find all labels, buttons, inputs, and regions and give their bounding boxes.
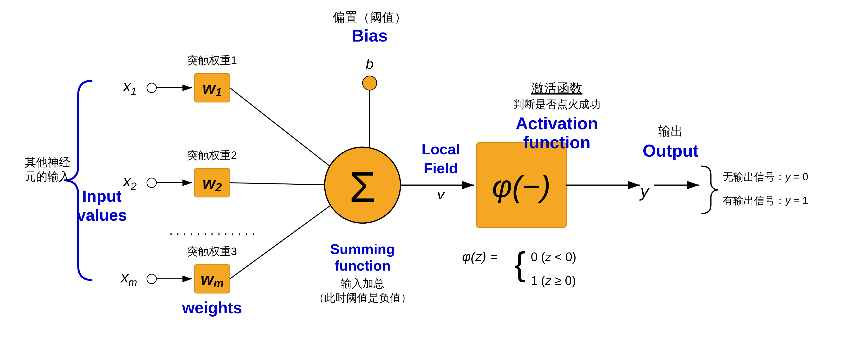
summing-english-label2: function xyxy=(335,258,391,274)
activation-sub-chinese: 判断是否点火成功 xyxy=(513,98,600,110)
sigma-symbol: Σ xyxy=(349,163,376,211)
dots-label: · · · · · · · · · · · · · xyxy=(169,226,255,240)
bias-chinese-label: 偏置（阈值） xyxy=(333,10,407,24)
x1-label: x1 xyxy=(123,78,136,97)
output-chinese-label: 输出 xyxy=(658,124,683,138)
xm-label: xm xyxy=(120,269,137,288)
weight1-chinese-label: 突触权重1 xyxy=(187,54,237,66)
phi-symbol: φ(−) xyxy=(492,169,551,204)
phi-formula-label: φ(z) = xyxy=(462,249,498,264)
bias-node xyxy=(363,76,377,90)
activation-english-label2: function xyxy=(523,133,590,152)
x2-node xyxy=(147,178,156,188)
input-chinese-label-2: 元的输入 xyxy=(25,170,70,183)
no-output-label: 无输出信号：y = 0 xyxy=(723,171,808,183)
w1-to-sum-arrow xyxy=(230,88,339,173)
xm-node xyxy=(147,274,156,284)
bias-variable: b xyxy=(366,56,373,72)
input-values-label: values xyxy=(77,206,127,224)
summing-chinese-label2: （此时阈值是负值） xyxy=(313,291,412,304)
summing-english-label1: Summing xyxy=(330,241,395,257)
w2-to-sum-arrow xyxy=(230,183,339,185)
diagram-container: 偏置（阈值） Bias b 其他神经 元的输入 Input values x1 … xyxy=(0,0,868,361)
weights-english-label: weights xyxy=(182,299,242,316)
phi-case1-label: 0 (z < 0) xyxy=(531,250,576,264)
v-variable: v xyxy=(437,186,445,202)
weight2-chinese-label: 突触权重2 xyxy=(187,149,237,161)
weight3-chinese-label: 突触权重3 xyxy=(187,245,237,257)
output-english-label: Output xyxy=(643,141,699,160)
local-field-label2: Field xyxy=(424,160,458,176)
activation-chinese-label: 激活函数 xyxy=(531,81,583,95)
input-english-label: Input xyxy=(82,187,122,205)
phi-case2-label: 1 (z ≥ 0) xyxy=(531,274,576,287)
phi-brace: { xyxy=(514,245,525,282)
has-output-label: 有输出信号：y = 1 xyxy=(723,195,808,206)
local-field-label1: Local xyxy=(422,141,460,157)
output-brace xyxy=(702,166,718,214)
summing-chinese-label1: 输入加总 xyxy=(341,277,384,289)
x1-node xyxy=(147,83,156,92)
bias-english-label: Bias xyxy=(352,26,388,45)
input-chinese-label-1: 其他神经 xyxy=(25,156,70,168)
y-variable: y xyxy=(639,182,650,200)
main-diagram-svg: 偏置（阈值） Bias b 其他神经 元的输入 Input values x1 … xyxy=(0,0,868,361)
activation-english-label1: Activation xyxy=(516,114,598,133)
x2-label: x2 xyxy=(123,172,136,192)
